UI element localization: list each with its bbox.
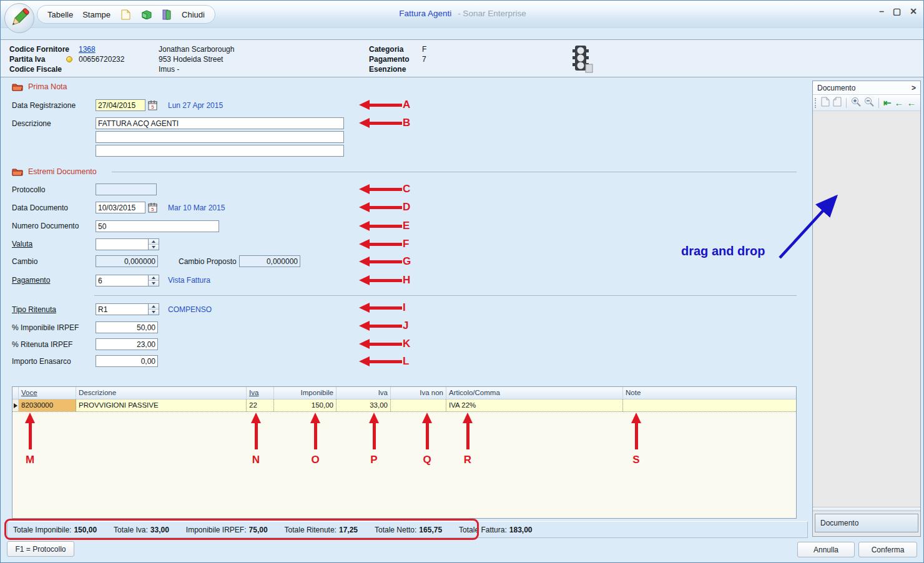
totale-netto: Totale Netto:165,75 — [375, 526, 442, 534]
ritenuta-irpef-label: % Ritenuta IRPEF — [12, 340, 72, 349]
cell-descrizione[interactable]: PROVVIGIONI PASSIVE — [76, 399, 247, 411]
zoom-in-icon[interactable] — [851, 97, 861, 109]
annotation-arrow-f: F — [359, 238, 409, 250]
cell-voce[interactable]: 82030000 — [19, 399, 76, 411]
importo-enasarco-input[interactable] — [96, 355, 158, 367]
ritenuta-irpef-input[interactable] — [96, 338, 158, 350]
current-row-marker-icon — [14, 403, 17, 408]
prima-nota-section-header: Prima Nota — [12, 82, 67, 91]
book-icon[interactable] — [140, 9, 152, 20]
col-note[interactable]: Note — [623, 387, 796, 399]
totale-fattura: Totale Fattura:183,00 — [459, 526, 532, 534]
first-page-icon[interactable]: ⇤ — [883, 98, 892, 108]
supplier-name: Jonathan Scarborough — [159, 45, 234, 54]
cell-iva-non[interactable] — [391, 399, 446, 411]
col-voce[interactable]: Voce — [19, 387, 76, 399]
annotation-arrow-j: J — [359, 320, 408, 331]
imponibile-irpef-input[interactable] — [96, 321, 158, 333]
data-registrazione-input[interactable] — [96, 99, 145, 111]
tipo-ritenuta-spinner[interactable] — [149, 303, 159, 315]
traffic-light-icon[interactable] — [571, 44, 593, 75]
f1-protocollo-button[interactable]: F1 = Protocollo — [7, 541, 74, 557]
esenzione-label: Esenzione — [369, 65, 406, 74]
annotation-arrow-g: G — [359, 256, 411, 267]
menu-tabelle[interactable]: Tabelle — [47, 10, 73, 19]
calendar-icon[interactable]: 5 — [148, 100, 158, 110]
cell-articolo-comma[interactable]: IVA 22% — [446, 399, 623, 411]
tipo-ritenuta-input[interactable] — [96, 303, 149, 315]
section-divider — [94, 295, 797, 296]
categoria-label: Categoria — [369, 45, 403, 54]
pagamento-header-label: Pagamento — [369, 55, 410, 64]
data-documento-input[interactable] — [96, 202, 145, 213]
col-iva-importo[interactable]: Iva — [337, 387, 391, 399]
col-descrizione[interactable]: Descrizione — [76, 387, 247, 399]
folder-icon — [12, 167, 23, 176]
annulla-button[interactable]: Annulla — [797, 542, 855, 557]
new-document-icon[interactable] — [120, 9, 131, 20]
pagamento-desc: Vista Fattura — [168, 276, 210, 285]
documento-panel-header: Documento > — [813, 81, 920, 95]
annotation-arrow-s: S — [631, 413, 641, 466]
documento-bottom-tab[interactable]: Documento — [815, 514, 918, 532]
minimize-button[interactable]: – — [879, 7, 884, 16]
data-registrazione-long: Lun 27 Apr 2015 — [168, 101, 223, 110]
new-page-icon[interactable] — [821, 97, 830, 109]
folder-icon — [12, 82, 23, 91]
descrizione-input-3[interactable] — [96, 145, 344, 157]
cell-iva-codice[interactable]: 22 — [247, 399, 274, 411]
valuta-spinner[interactable] — [149, 238, 159, 250]
copy-page-icon[interactable] — [833, 97, 842, 109]
col-articolo-comma[interactable]: Articolo/Comma — [446, 387, 623, 399]
annotation-arrow-h: H — [359, 275, 410, 286]
codice-fiscale-label: Codice Fiscale — [9, 65, 62, 74]
close-button[interactable]: ✕ — [910, 7, 917, 16]
protocollo-input[interactable] — [96, 184, 157, 195]
pagamento-spinner[interactable] — [149, 275, 159, 286]
status-dot-icon — [66, 56, 72, 62]
panel-splitter[interactable] — [813, 507, 920, 511]
pagamento-link[interactable]: Pagamento — [12, 276, 50, 285]
valuta-input[interactable] — [96, 238, 149, 250]
numero-documento-input[interactable] — [96, 220, 219, 232]
conferma-button[interactable]: Conferma — [858, 542, 917, 557]
zoom-out-icon[interactable] — [864, 97, 874, 109]
cell-iva-importo[interactable]: 33,00 — [337, 399, 391, 411]
previous-page-icon[interactable]: ← — [895, 98, 904, 108]
grid-data-row[interactable]: 82030000 PROVVIGIONI PASSIVE 22 150,00 3… — [12, 399, 796, 412]
col-iva-codice[interactable]: Iva — [247, 387, 274, 399]
valuta-link[interactable]: Valuta — [12, 240, 32, 248]
pagamento-input[interactable] — [96, 275, 149, 286]
documento-preview-area[interactable] — [813, 111, 920, 507]
cambio-proposto-input[interactable] — [239, 255, 300, 267]
annotation-arrow-r: R — [463, 413, 473, 466]
codice-fornitore-link[interactable]: 1368 — [79, 45, 96, 54]
documento-panel-title: Documento — [817, 84, 855, 92]
protocollo-label: Protocollo — [12, 185, 45, 194]
supplier-street: 953 Hodeida Street — [159, 55, 223, 64]
categoria-value: F — [422, 45, 426, 54]
cell-note[interactable] — [623, 399, 796, 411]
annotation-arrow-e: E — [359, 220, 410, 232]
svg-text:5: 5 — [151, 207, 154, 212]
cambio-input[interactable] — [96, 255, 158, 267]
chevron-right-icon[interactable]: > — [912, 84, 916, 92]
maximize-button[interactable]: ▢ — [893, 7, 901, 16]
menu-stampe[interactable]: Stampe — [82, 10, 111, 19]
imponibile-irpef-label: % Imponibile IRPEF — [12, 323, 79, 332]
calendar-icon[interactable]: 5 — [148, 202, 158, 213]
exit-door-icon[interactable] — [161, 9, 172, 20]
toolbar-drag-handle[interactable] — [815, 98, 817, 108]
documento-toolbar: ⇤ ← ← — [813, 95, 920, 111]
descrizione-input-2[interactable] — [96, 131, 344, 143]
col-iva-non[interactable]: Iva non — [391, 387, 446, 399]
row-selector[interactable] — [12, 399, 19, 411]
menu-chiudi[interactable]: Chiudi — [182, 10, 205, 19]
descrizione-input-1[interactable] — [96, 117, 344, 129]
next-page-icon[interactable]: ← — [907, 98, 917, 108]
cell-imponibile[interactable]: 150,00 — [274, 399, 337, 411]
tipo-ritenuta-desc: COMPENSO — [168, 305, 212, 314]
tipo-ritenuta-link[interactable]: Tipo Ritenuta — [12, 305, 56, 314]
col-imponibile[interactable]: Imponibile — [274, 387, 337, 399]
imponibile-irpef-total: Imponibile IRPEF:75,00 — [186, 526, 268, 534]
